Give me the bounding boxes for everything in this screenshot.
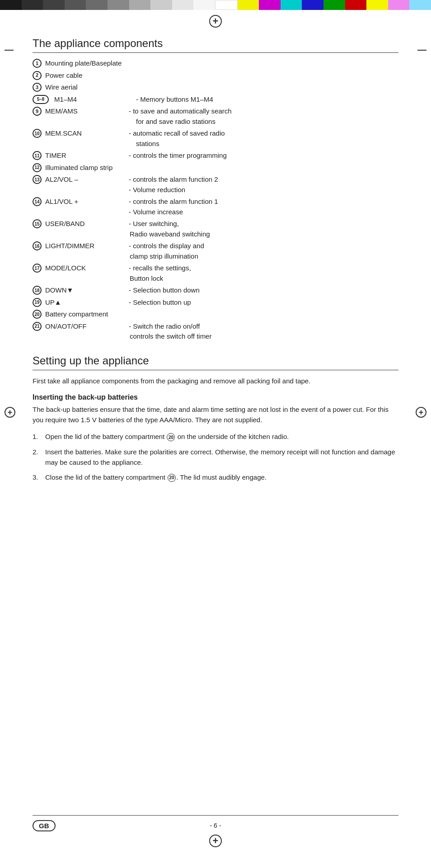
color-segment [345,0,367,10]
steps-list: 1. Open the lid of the battery compartme… [33,431,398,482]
item-number: 9 [33,107,42,116]
list-item: 18 DOWN▼ - Selection button down [33,285,398,296]
color-segment [259,0,281,10]
color-segment [150,0,172,10]
registration-mark-top [0,10,431,33]
color-segment [22,0,43,10]
item-number: 5–8 [33,95,49,104]
setup-intro: First take all appliance components from… [33,376,398,386]
item-label: Wire aerial [45,82,129,93]
section2-title: Setting up the appliance [33,354,398,367]
crosshair-icon [209,15,222,28]
item-number: 3 [33,83,42,92]
item-label: Mounting plate/Baseplate [45,58,129,69]
setup-para: The back-up batteries ensure that the ti… [33,404,398,425]
item-number: 11 [33,151,42,160]
color-segment [409,0,431,10]
list-item: 14 AL1/VOL + - controls the alarm functi… [33,197,398,217]
item-label: AL2/VOL – [45,175,129,185]
item-number: 18 [33,286,42,295]
color-segment [172,0,194,10]
registration-mark-bottom [0,832,431,850]
item-desc: - Selection button down [129,285,398,296]
list-item: 13 AL2/VOL – - controls the alarm functi… [33,175,398,195]
item-desc: - Memory buttons M1–M4 [136,94,398,105]
item-number: 16 [33,241,42,250]
side-reg-mark-right [416,407,426,418]
item-number: 19 [33,298,42,307]
color-segment [281,0,302,10]
item-desc: - controls the alarm function 1 - Volume… [129,197,398,217]
item-desc: - recalls the settings, Button lock [129,263,398,283]
page-number: - 6 - [210,822,221,829]
color-segment [238,0,259,10]
item-number: 21 [33,322,42,331]
item-label: M1–M4 [52,94,136,105]
list-item: 15 USER/BAND - User switching, Radio wav… [33,219,398,239]
item-number: 13 [33,175,42,184]
footer-divider [33,815,398,816]
item-number: 12 [33,163,42,172]
item-desc: - to save and automatically search for a… [129,106,398,127]
list-item: 9 MEM/AMS - to save and automatically se… [33,106,398,127]
side-mark-left [5,50,14,51]
item-label: UP▲ [45,297,129,308]
item-desc: - controls the timer programming [129,151,398,161]
color-segment [388,0,410,10]
item-label: LIGHT/DIMMER [45,241,129,251]
list-item: 1 Mounting plate/Baseplate [33,58,398,69]
item-label: Power cable [45,71,129,81]
footer: GB - 6 - [0,815,431,850]
side-reg-mark-left [5,407,15,418]
color-segment [215,0,238,10]
item-label: DOWN▼ [45,285,129,296]
list-item: 3 Wire aerial [33,82,398,93]
step-item: 3. Close the lid of the battery compartm… [33,472,398,482]
item-label: MEM.SCAN [45,128,129,139]
crosshair-icon-bottom [209,835,222,847]
list-item: 16 LIGHT/DIMMER - controls the display a… [33,241,398,261]
step-number: 1. [33,431,45,442]
item-desc: - User switching, Radio waveband switchi… [129,219,398,239]
color-segment [108,0,129,10]
item-number: 1 [33,59,42,68]
color-segment [366,0,388,10]
section1-divider [33,52,398,53]
color-segment [65,0,86,10]
item-number: 10 [33,129,42,138]
item-label: USER/BAND [45,219,129,229]
list-item: 5–8 M1–M4 - Memory buttons M1–M4 [33,94,398,105]
item-label: TIMER [45,151,129,161]
subsection-title: Inserting the back-up batteries [33,393,398,401]
list-item: 20 Battery compartment [33,309,398,320]
item-desc: - Switch the radio on/off controls the s… [129,321,398,342]
item-desc: - controls the display and clamp strip i… [129,241,398,261]
item-label: MODE/LOCK [45,263,129,274]
list-item: 2 Power cable [33,71,398,81]
step-text: Close the lid of the battery compartment… [45,472,398,482]
section2-divider [33,370,398,370]
item-number: 15 [33,219,42,228]
side-mark-right [417,50,426,51]
section2: Setting up the appliance First take all … [33,354,398,483]
item-number: 20 [33,310,42,319]
color-segment [0,0,22,10]
color-segment [302,0,323,10]
step-number: 3. [33,472,45,482]
list-item: 12 Illuminated clamp strip [33,163,398,173]
section1-title: The appliance components [33,37,398,50]
color-bar [0,0,431,10]
gb-badge: GB [33,820,56,831]
list-item: 11 TIMER - controls the timer programmin… [33,151,398,161]
item-label: ON/AOT/OFF [45,321,129,332]
color-segment [86,0,108,10]
step-text: Open the lid of the battery compartment … [45,431,398,442]
item-label: Illuminated clamp strip [45,163,129,173]
color-segment [43,0,65,10]
item-number: 2 [33,71,42,80]
item-number: 14 [33,197,42,206]
inline-item-ref: 20 [168,474,176,482]
color-segment [193,0,215,10]
step-item: 2. Insert the batteries. Make sure the p… [33,447,398,468]
footer-content: GB - 6 - [0,822,431,829]
